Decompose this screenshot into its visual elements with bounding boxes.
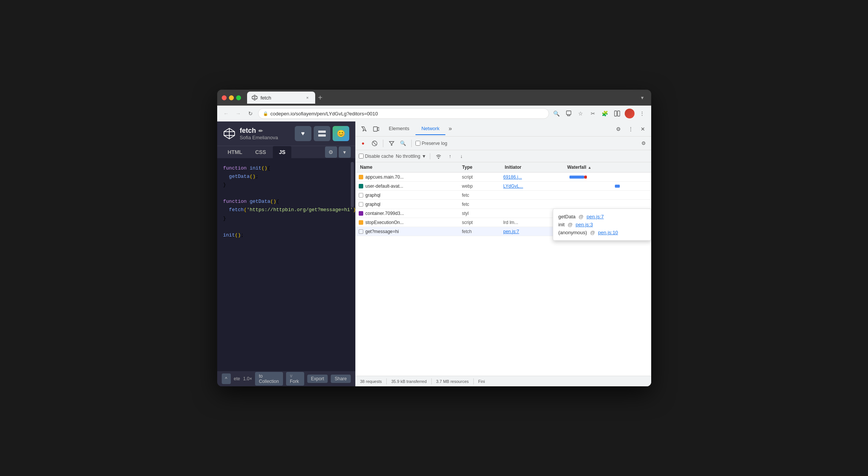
devtools-footer: 38 requests 35.9 kB transferred 3.7 MB r… <box>356 376 651 386</box>
waterfall-bar-1b <box>584 176 587 179</box>
console-toggle-button[interactable]: ^ <box>222 373 231 384</box>
download-button[interactable]: ↓ <box>457 152 466 161</box>
export-button[interactable]: Export <box>307 375 328 383</box>
avatar-button[interactable]: 😊 <box>333 126 349 141</box>
toolbar-settings-button[interactable]: ⚙ <box>639 139 648 148</box>
sub-toolbar-divider <box>430 153 430 159</box>
callstack-row-1: getData @ pen.js:7 <box>558 213 646 221</box>
tab-css[interactable]: CSS <box>249 146 272 158</box>
preserve-log-label[interactable]: Preserve log <box>415 141 447 146</box>
main-content: fetch ✏ Sofia Emelianova ♥ 😊 <box>217 121 651 386</box>
stop-button[interactable] <box>370 139 379 148</box>
editor-bottom-toolbar: ^ ete 1.0× to Collection ⑂ Fork Export S… <box>217 371 355 386</box>
wifi-icon[interactable] <box>434 152 443 161</box>
net-row-2[interactable]: user-default-avat... webp LYdGvL... <box>356 182 651 191</box>
share-button[interactable]: Share <box>331 375 350 383</box>
lock-icon: 🔒 <box>263 111 268 116</box>
svg-rect-14 <box>378 128 379 131</box>
share-button[interactable] <box>564 109 573 118</box>
scissors-button[interactable]: ✂ <box>588 109 597 118</box>
row-2-initiator[interactable]: LYdGvL... <box>503 184 565 189</box>
edit-icon[interactable]: ✏ <box>258 128 263 134</box>
search-button[interactable]: 🔍 <box>398 139 408 148</box>
devtools-tabs: Elements Network » <box>383 123 612 135</box>
disable-cache-label[interactable]: Disable cache <box>359 154 394 159</box>
browser-tab[interactable]: fetch × <box>247 92 315 104</box>
close-button[interactable] <box>222 95 227 100</box>
editor-collapse-button[interactable]: ▾ <box>339 146 351 158</box>
to-collection-button[interactable]: to Collection <box>255 372 283 386</box>
like-button[interactable]: ♥ <box>295 126 311 141</box>
net-row-1[interactable]: appcues.main.70... script 69186.j... <box>356 173 651 182</box>
resource-checkbox-3 <box>359 193 363 198</box>
tab-network[interactable]: Network <box>415 123 446 135</box>
tab-html[interactable]: HTML <box>222 146 249 158</box>
row-2-type: webp <box>462 184 503 189</box>
bookmark-button[interactable]: ☆ <box>576 109 585 118</box>
devtools-close-button[interactable]: ✕ <box>638 124 648 134</box>
svg-rect-12 <box>318 134 326 137</box>
address-input[interactable]: 🔒 codepen.io/sofiayem/pen/LYdGvLg?editor… <box>258 108 549 119</box>
footer-resources: 3.7 MB resources <box>436 379 469 384</box>
editor-settings-button[interactable]: ⚙ <box>325 146 337 158</box>
more-button[interactable]: ⋮ <box>638 109 647 118</box>
tab-close-button[interactable]: × <box>305 95 311 101</box>
new-tab-button[interactable]: + <box>315 94 326 101</box>
codepen-logo <box>223 128 235 140</box>
waterfall-bar-1a <box>569 176 584 179</box>
row-1-initiator[interactable]: 69186.j... <box>503 174 565 180</box>
filter-button[interactable] <box>387 139 396 148</box>
tab-js[interactable]: JS <box>273 146 291 158</box>
row-4-type: fetc <box>462 202 503 207</box>
resource-checkbox-4 <box>359 202 363 207</box>
editor-scrollbar[interactable] <box>351 162 354 207</box>
code-editor[interactable]: function init(){ getData(); } function g… <box>217 158 355 371</box>
fork-button[interactable]: ⑂ Fork <box>286 372 304 386</box>
codepen-panel: fetch ✏ Sofia Emelianova ♥ 😊 <box>217 121 355 386</box>
change-view-button[interactable] <box>314 126 330 141</box>
devtools-more-button[interactable]: ⋮ <box>625 124 636 134</box>
devtools-settings-button[interactable]: ⚙ <box>613 124 624 134</box>
device-toolbar-button[interactable] <box>371 124 381 134</box>
preserve-log-checkbox[interactable] <box>415 141 420 146</box>
tab-list-button[interactable]: ▾ <box>638 95 647 101</box>
extensions-button[interactable]: 🧩 <box>600 109 610 118</box>
net-row-4[interactable]: graphql fetc getData @ pen.js:7 init <box>356 200 651 209</box>
user-avatar-button[interactable] <box>625 109 635 118</box>
row-6-name: stopExecutionOn... <box>366 220 404 225</box>
row-6-type: script <box>462 220 503 225</box>
maximize-button[interactable] <box>236 95 241 100</box>
minimize-button[interactable] <box>229 95 234 100</box>
callstack-link-1[interactable]: pen.js:7 <box>586 214 604 219</box>
search-action-button[interactable]: 🔍 <box>552 109 561 118</box>
callstack-link-3[interactable]: pen.js:10 <box>598 230 618 235</box>
network-table-header: Name Type Initiator Waterfall ▲ <box>356 162 651 173</box>
waterfall-sort-icon[interactable]: ▲ <box>588 165 591 170</box>
net-row-3[interactable]: graphql fetc <box>356 191 651 200</box>
throttle-selector[interactable]: No throttling ▼ <box>396 154 426 159</box>
col-type: Type <box>460 164 503 171</box>
tab-more[interactable]: » <box>445 124 455 134</box>
callstack-label-2: init <box>558 222 565 227</box>
code-line-6: fetch('https://httpbin.org/get?message=h… <box>223 206 349 214</box>
disable-cache-checkbox[interactable] <box>359 154 364 159</box>
forward-button[interactable]: → <box>234 109 243 118</box>
back-button[interactable]: ← <box>222 109 231 118</box>
row-5-type: styl <box>462 211 503 216</box>
code-line-1: function init(){ <box>223 164 349 173</box>
resource-icon-1 <box>359 175 363 179</box>
record-button[interactable]: ● <box>359 139 368 148</box>
upload-button[interactable]: ↑ <box>445 152 454 161</box>
traffic-lights <box>222 95 241 100</box>
tab-elements[interactable]: Elements <box>383 123 415 135</box>
tab-title: fetch <box>261 95 271 101</box>
row-5-name: container.7099d3... <box>366 211 404 216</box>
svg-rect-13 <box>373 127 377 131</box>
row-7-name: get?message=hi <box>366 229 399 234</box>
profile-layout-button[interactable] <box>613 109 622 118</box>
inspector-button[interactable] <box>359 124 369 134</box>
callstack-link-2[interactable]: pen.js:3 <box>576 222 593 227</box>
col-initiator: Initiator <box>503 164 566 171</box>
refresh-button[interactable]: ↻ <box>246 109 255 118</box>
resource-icon-6 <box>359 220 363 225</box>
